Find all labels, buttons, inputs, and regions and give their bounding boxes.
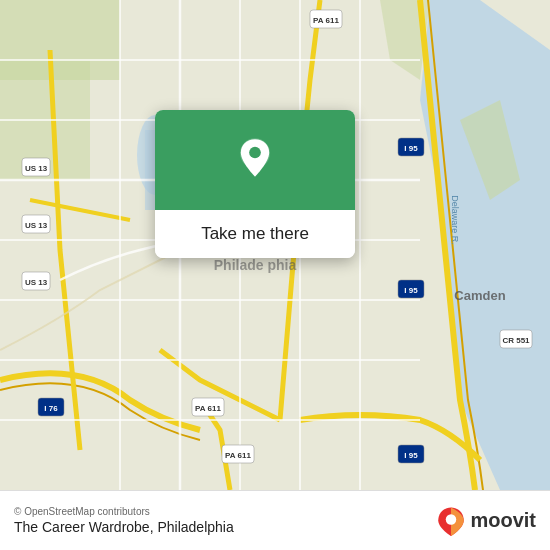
bottom-left: © OpenStreetMap contributors The Career … [14, 506, 234, 535]
location-pin-icon [230, 135, 280, 185]
svg-text:US 13: US 13 [25, 221, 48, 230]
bottom-bar: © OpenStreetMap contributors The Career … [0, 490, 550, 550]
attribution-text: © OpenStreetMap contributors [14, 506, 234, 517]
svg-text:CR 551: CR 551 [502, 336, 530, 345]
location-name: The Career Wardrobe, Philadelphia [14, 519, 234, 535]
svg-text:I 95: I 95 [404, 451, 418, 460]
svg-text:PA 611: PA 611 [313, 16, 339, 25]
svg-text:US 13: US 13 [25, 164, 48, 173]
svg-point-48 [446, 514, 457, 525]
svg-text:PA 611: PA 611 [225, 451, 251, 460]
svg-text:Delaware R.: Delaware R. [450, 195, 460, 245]
svg-point-47 [249, 147, 261, 159]
svg-text:Camden: Camden [454, 288, 505, 303]
take-me-there-button[interactable]: Take me there [191, 220, 319, 248]
moovit-icon [436, 506, 466, 536]
popup-button-area[interactable]: Take me there [155, 210, 355, 258]
popup-card: Take me there [155, 110, 355, 258]
svg-text:PA 611: PA 611 [195, 404, 221, 413]
map-container: US 13 US 13 US 13 PA 611 PA 611 PA 611 I… [0, 0, 550, 490]
svg-text:US 13: US 13 [25, 278, 48, 287]
svg-text:Philade phia: Philade phia [214, 257, 297, 273]
popup-green-area [155, 110, 355, 210]
moovit-logo[interactable]: moovit [436, 506, 536, 536]
svg-text:I 95: I 95 [404, 286, 418, 295]
moovit-text: moovit [470, 509, 536, 532]
svg-text:I 76: I 76 [44, 404, 58, 413]
svg-text:I 95: I 95 [404, 144, 418, 153]
